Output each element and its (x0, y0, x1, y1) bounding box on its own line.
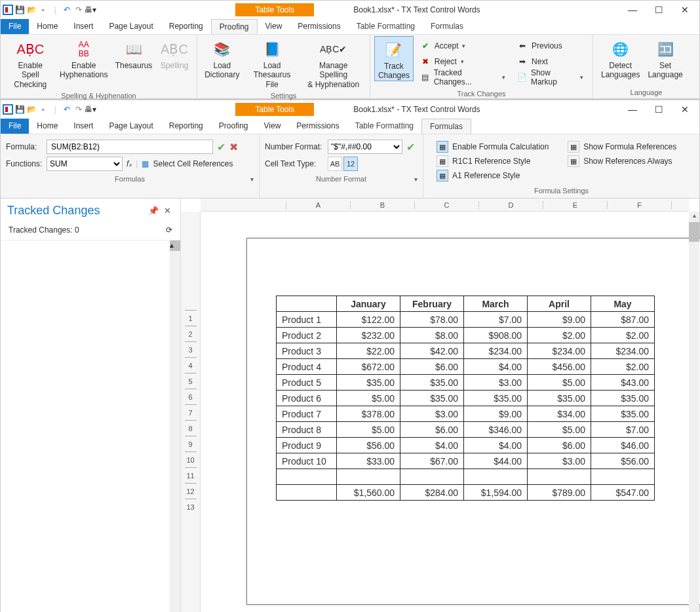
table-cell[interactable]: $9.00 (464, 406, 528, 422)
select-cell-references[interactable]: Select Cell References (153, 159, 233, 168)
close-button[interactable]: ✕ (672, 1, 698, 18)
table-cell[interactable]: $33.00 (337, 453, 400, 469)
dialog-launcher-icon[interactable]: ▾ (250, 176, 254, 183)
table-cell[interactable] (528, 469, 591, 485)
table-cell[interactable]: $22.00 (337, 343, 400, 359)
table-header[interactable]: March (464, 296, 528, 312)
maximize-button[interactable]: ☐ (646, 101, 672, 118)
table-cell[interactable] (400, 469, 464, 485)
row-header[interactable]: 7 (185, 404, 197, 420)
table-cell[interactable]: $44.00 (464, 453, 528, 469)
table-row[interactable]: Product 4$672.00$6.00$4.00$456.00$2.00 (277, 359, 655, 375)
column-header[interactable]: B (350, 201, 414, 209)
tab-permissions[interactable]: Permissions (290, 19, 348, 34)
row-header[interactable]: 3 (185, 341, 197, 357)
scroll-up-icon[interactable]: ▴ (689, 212, 699, 222)
table-row[interactable]: Product 1$122.00$78.00$7.00$9.00$87.00 (277, 312, 655, 328)
table-cell[interactable]: $284.00 (400, 485, 464, 501)
table-cell[interactable]: $5.00 (337, 422, 400, 438)
pin-icon[interactable]: 📌 (146, 206, 161, 216)
table-cell[interactable]: $908.00 (464, 328, 528, 343)
tab-proofing[interactable]: Proofing (211, 19, 258, 34)
table-row[interactable]: Product 6$5.00$35.00$35.00$35.00$35.00 (277, 391, 655, 406)
row-header[interactable]: 6 (185, 389, 197, 404)
qat-undo-icon[interactable]: ↶ (61, 104, 73, 115)
qat-redo-icon[interactable]: ↷ (73, 104, 85, 115)
table-row[interactable]: Product 7$378.00$3.00$9.00$34.00$35.00 (277, 406, 655, 422)
table-header[interactable]: January (337, 296, 400, 312)
table-cell[interactable]: $35.00 (400, 375, 464, 391)
table-cell[interactable]: $67.00 (400, 453, 464, 469)
tab-home[interactable]: Home (29, 119, 66, 134)
reject-button[interactable]: ✖Reject▾ (416, 54, 508, 69)
row-header[interactable]: 13 (185, 499, 197, 514)
table-cell[interactable]: $6.00 (400, 422, 464, 438)
table-cell[interactable]: $2.00 (591, 359, 655, 375)
dialog-launcher-icon[interactable]: ▾ (414, 176, 418, 183)
table-cell[interactable]: Product 4 (277, 359, 337, 375)
load-thesaurus-button[interactable]: 📘Load Thesaurus File (243, 36, 301, 89)
tab-view[interactable]: View (256, 119, 289, 134)
close-button[interactable]: ✕ (672, 101, 698, 118)
table-cell[interactable] (337, 469, 400, 485)
qat-open-icon[interactable]: 📂 (26, 4, 37, 16)
data-table[interactable]: JanuaryFebruaryMarchAprilMayProduct 1$12… (276, 296, 655, 501)
show-formula-refs[interactable]: ▦Show Formula References (568, 141, 686, 153)
table-cell[interactable]: $42.00 (400, 343, 464, 359)
qat-redo-icon[interactable]: ↷ (73, 4, 85, 16)
table-row-totals[interactable]: $1,560.00$284.00$1,594.00$789.00$547.00 (277, 485, 655, 501)
functions-select[interactable]: SUM (47, 157, 123, 171)
detect-languages-button[interactable]: 🌐Detect Languages (597, 36, 644, 80)
table-row[interactable]: Product 5$35.00$35.00$3.00$5.00$43.00 (277, 375, 655, 391)
row-header[interactable]: 8 (185, 420, 197, 436)
column-header[interactable]: E (543, 201, 607, 209)
table-cell[interactable]: $7.00 (464, 312, 528, 328)
table-row[interactable]: Product 8$5.00$6.00$346.00$5.00$7.00 (277, 422, 655, 438)
table-cell[interactable]: $4.00 (464, 438, 528, 453)
table-cell[interactable]: $378.00 (337, 406, 400, 422)
table-cell[interactable]: $5.00 (528, 375, 591, 391)
table-cell[interactable]: $9.00 (528, 312, 591, 328)
table-cell[interactable]: $56.00 (591, 453, 655, 469)
table-cell[interactable]: $122.00 (337, 312, 400, 328)
table-cell[interactable]: $5.00 (528, 422, 591, 438)
scrollbar-thumb[interactable]: ▴ (170, 240, 180, 251)
row-header[interactable]: 4 (185, 357, 197, 373)
tab-reporting[interactable]: Reporting (161, 19, 211, 34)
tab-pagelayout[interactable]: Page Layout (101, 19, 161, 34)
accept-button[interactable]: ✔Accept▾ (416, 39, 508, 53)
table-cell[interactable]: $34.00 (528, 406, 591, 422)
row-header[interactable]: 2 (185, 326, 197, 341)
maximize-button[interactable]: ☐ (646, 1, 672, 18)
table-cell[interactable]: $1,560.00 (337, 485, 400, 501)
table-cell[interactable]: Product 10 (277, 453, 337, 469)
tab-formulas[interactable]: Formulas (423, 19, 471, 34)
column-header[interactable]: G (671, 201, 700, 209)
tab-permissions[interactable]: Permissions (288, 119, 347, 134)
table-cell[interactable]: Product 2 (277, 328, 337, 343)
table-cell[interactable]: $46.00 (591, 438, 655, 453)
table-cell[interactable]: $35.00 (528, 391, 591, 406)
numfmt-accept-icon[interactable]: ✔ (406, 141, 415, 153)
cancel-formula-icon[interactable]: ✖ (229, 141, 238, 153)
table-cell[interactable]: $789.00 (528, 485, 591, 501)
table-cell[interactable] (591, 469, 655, 485)
table-cell[interactable]: $1,594.00 (464, 485, 528, 501)
table-cell[interactable]: $456.00 (528, 359, 591, 375)
next-button[interactable]: ➡Next (513, 54, 586, 69)
table-cell[interactable]: $5.00 (337, 391, 400, 406)
table-cell[interactable]: $43.00 (591, 375, 655, 391)
table-cell[interactable]: Product 8 (277, 422, 337, 438)
row-header[interactable]: 5 (185, 373, 197, 389)
r1c1-style[interactable]: ▦R1C1 Reference Style (437, 155, 558, 167)
tab-file[interactable]: File (1, 119, 29, 134)
qat-new-icon[interactable]: ▫ (37, 4, 49, 16)
table-cell[interactable]: $547.00 (591, 485, 655, 501)
show-refs-always[interactable]: ▦Show References Always (568, 155, 686, 167)
table-cell[interactable]: $8.00 (400, 328, 464, 343)
enable-hyphen-button[interactable]: AA BBEnable Hyphenations (56, 36, 111, 80)
column-header[interactable]: C (414, 201, 478, 209)
table-cell[interactable]: $672.00 (337, 359, 400, 375)
table-cell[interactable]: $2.00 (528, 328, 591, 343)
cellref-icon[interactable]: ▦ (142, 159, 149, 168)
